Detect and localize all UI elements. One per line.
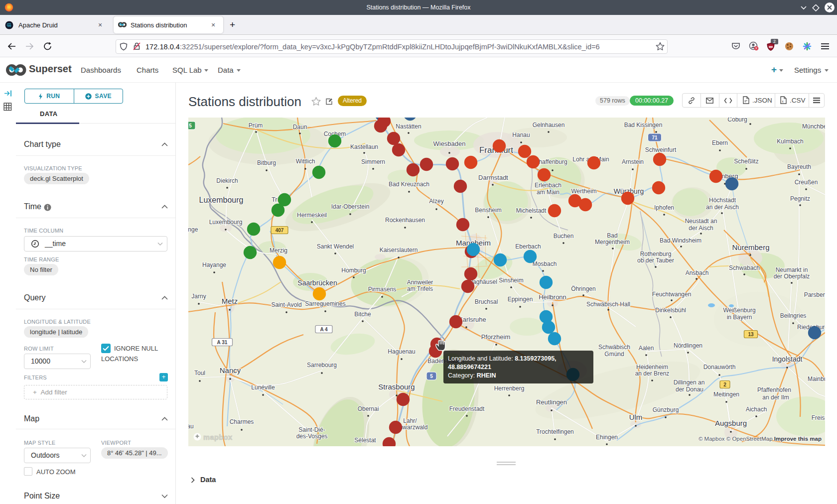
svg-text:Rothenburg: Rothenburg	[640, 251, 672, 257]
svg-text:Ebern: Ebern	[712, 139, 728, 146]
svg-text:an der Aisch: an der Aisch	[706, 204, 739, 211]
svg-text:Pfaffenhofen: Pfaffenhofen	[757, 386, 791, 393]
svg-text:Sélestat: Sélestat	[354, 437, 376, 444]
svg-text:Bad: Bad	[607, 232, 617, 239]
svg-text:Haguenau: Haguenau	[388, 348, 415, 355]
svg-text:Weißenburg: Weißenburg	[723, 307, 755, 314]
svg-text:Coburg: Coburg	[727, 118, 747, 123]
svg-text:Nuremberg: Nuremberg	[732, 243, 769, 252]
svg-text:Lahr/: Lahr/	[403, 417, 417, 424]
svg-text:der Oberpfalz: der Oberpfalz	[774, 273, 810, 280]
svg-text:Bad Kissingen: Bad Kissingen	[624, 122, 663, 128]
svg-text:Sinsheim: Sinsheim	[499, 277, 523, 284]
svg-text:Schweinfurt: Schweinfurt	[645, 146, 677, 153]
svg-text:Beilngries: Beilngries	[780, 312, 807, 319]
svg-text:Karlsruhe: Karlsruhe	[458, 316, 486, 323]
svg-text:Öhringen: Öhringen	[571, 285, 595, 292]
svg-text:Kaiserslautern: Kaiserslautern	[380, 247, 418, 253]
svg-text:Eberbach: Eberbach	[515, 243, 541, 250]
svg-text:Donauwörth: Donauwörth	[703, 364, 736, 371]
svg-text:Pirmasens: Pirmasens	[368, 286, 397, 293]
svg-text:Bruchsal: Bruchsal	[475, 298, 498, 305]
svg-text:Wittlich: Wittlich	[296, 158, 315, 165]
svg-text:Freising: Freising	[812, 414, 825, 421]
svg-text:Hayange: Hayange	[202, 261, 226, 268]
svg-text:Buchen: Buchen	[554, 233, 574, 240]
svg-text:Ingolstadt: Ingolstadt	[772, 355, 803, 363]
svg-text:x: x	[782, 100, 784, 103]
svg-text:Wiesbaden: Wiesbaden	[433, 140, 465, 147]
svg-text:71: 71	[652, 135, 658, 140]
svg-text:Luxembourg: Luxembourg	[209, 219, 243, 226]
svg-text:48.8859674221: 48.8859674221	[448, 364, 491, 371]
svg-text:Sarreguemines: Sarreguemines	[305, 300, 345, 307]
svg-text:Jarny: Jarny	[191, 293, 206, 300]
svg-text:Charmes: Charmes	[230, 418, 254, 425]
svg-text:Simmern: Simmern	[361, 158, 385, 165]
svg-text:Aichach: Aichach	[746, 406, 767, 413]
svg-text:Kulmbach: Kulmbach	[777, 138, 803, 145]
svg-text:am Main: am Main	[537, 189, 559, 196]
svg-text:Alzey: Alzey	[429, 198, 443, 205]
svg-text:Darmstadt: Darmstadt	[478, 174, 508, 181]
svg-text:Höchstadt: Höchstadt	[709, 197, 736, 204]
svg-text:Merzig: Merzig	[270, 247, 287, 254]
svg-text:Freudenstadt: Freudenstadt	[449, 405, 485, 412]
svg-text:A 31: A 31	[217, 340, 228, 345]
svg-text:Herrenberg: Herrenberg	[494, 385, 525, 392]
svg-text:Sankt Wendel: Sankt Wendel	[317, 243, 354, 250]
svg-text:Saarbrücken: Saarbrücken	[297, 279, 337, 287]
svg-text:Augsburg: Augsburg	[715, 419, 747, 427]
svg-text:Trochtelfingen: Trochtelfingen	[536, 428, 574, 435]
svg-text:A 4: A 4	[320, 327, 328, 332]
svg-text:Longitude and Latitude: 8.1359: Longitude and Latitude: 8.1359273095,	[448, 355, 557, 362]
svg-text:13: 13	[748, 332, 754, 337]
svg-text:Toul: Toul	[194, 370, 205, 377]
svg-text:an der Brenz: an der Brenz	[635, 370, 670, 377]
svg-text:Münchberg: Münchberg	[802, 123, 825, 130]
svg-text:an der Ilm: an der Ilm	[762, 394, 789, 401]
svg-text:Ansbach: Ansbach	[686, 269, 709, 276]
svg-text:Bitche: Bitche	[354, 311, 371, 318]
svg-text:Wertheim: Wertheim	[571, 188, 596, 195]
svg-text:Bad Kreuznach: Bad Kreuznach	[389, 181, 429, 188]
svg-text:Mainburg: Mainburg	[808, 376, 825, 382]
svg-text:Kastellaun: Kastellaun	[350, 143, 378, 150]
svg-text:au: au	[188, 423, 194, 430]
svg-text:Dillingen an: Dillingen an	[674, 379, 705, 386]
svg-text:Schwäbisch: Schwäbisch	[598, 344, 630, 351]
svg-text:ange: ange	[188, 226, 198, 233]
svg-text:Homburg: Homburg	[341, 267, 366, 274]
svg-text:in Bayern: in Bayern	[727, 314, 752, 321]
svg-text:2: 2	[723, 382, 726, 387]
svg-text:Saint-Avold: Saint-Avold	[271, 301, 301, 308]
svg-text:Hermeskeil: Hermeskeil	[297, 212, 327, 219]
svg-text:Prüm: Prüm	[249, 122, 263, 129]
svg-text:Günzburg: Günzburg	[653, 406, 679, 413]
svg-text:Bitburg: Bitburg	[257, 159, 276, 166]
svg-text:Gmünd: Gmünd	[604, 351, 624, 358]
svg-text:Idar-Oberstein: Idar-Oberstein	[331, 203, 370, 210]
svg-text:des-Vosges: des-Vosges	[296, 433, 328, 440]
svg-text:Schwäbisch Hall: Schwäbisch Hall	[586, 301, 630, 308]
svg-text:Heilbronn: Heilbronn	[539, 293, 566, 301]
svg-text:am Trifels: am Trifels	[407, 285, 433, 292]
svg-text:Erlenbach: Erlenbach	[535, 182, 561, 189]
svg-text:Nördlingen: Nördlingen	[674, 342, 702, 349]
svg-text:Lunéville: Lunéville	[251, 384, 275, 391]
svg-text:ob der Tauber: ob der Tauber	[637, 257, 674, 264]
svg-text:Ulm: Ulm	[629, 413, 643, 421]
svg-text:Eppingen: Eppingen	[508, 296, 533, 303]
svg-text:Luxembourg: Luxembourg	[199, 196, 244, 204]
svg-text:Nastätten: Nastätten	[396, 123, 421, 130]
svg-text:5: 5	[189, 123, 192, 128]
svg-text:der Aisch: der Aisch	[689, 225, 713, 232]
svg-text:Schwabach: Schwabach	[729, 264, 760, 271]
svg-text:Neumarkt in: Neumarkt in	[776, 266, 808, 273]
svg-text:Pegnitz: Pegnitz	[790, 195, 810, 202]
svg-text:der Donau: der Donau	[676, 386, 703, 393]
svg-text:Obernai: Obernai	[358, 405, 379, 412]
svg-text:Dinkelsbühl: Dinkelsbühl	[655, 307, 686, 314]
svg-text:Reutlingen: Reutlingen	[536, 398, 567, 406]
svg-text:Nancy: Nancy	[220, 366, 241, 375]
